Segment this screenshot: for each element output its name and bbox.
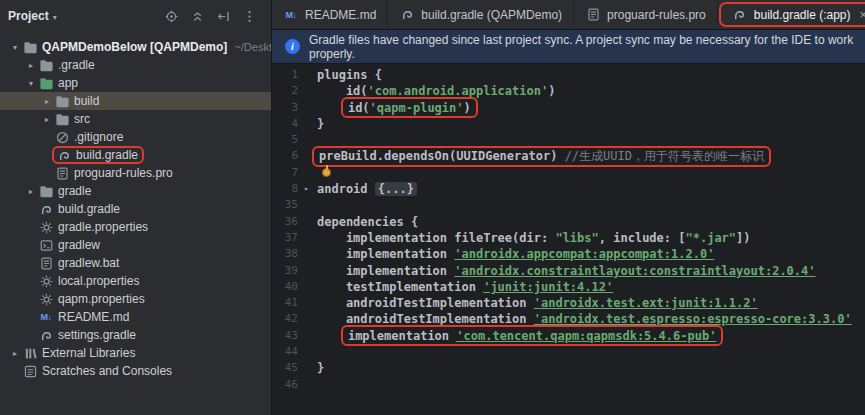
gradle-icon — [399, 7, 415, 22]
line-number: 40 — [272, 279, 304, 295]
code-token: dependencies { — [317, 215, 418, 229]
line-number: 43 — [272, 328, 304, 344]
code-token: ]) — [736, 231, 750, 245]
gear-icon — [38, 292, 54, 307]
tree-item-label: gradle — [58, 184, 91, 198]
tree-item-build-gradle[interactable]: build.gradle — [0, 200, 271, 218]
line-number: 36 — [272, 214, 304, 230]
tree-item-proguard-rules-pro[interactable]: proguard-rules.pro — [0, 164, 271, 182]
code-token: androidTestImplementation — [317, 296, 534, 310]
more-icon[interactable] — [241, 8, 257, 24]
tree-item-gradlew-bat[interactable]: gradlew.bat — [0, 254, 271, 272]
close-icon[interactable]: × — [860, 8, 865, 21]
console-icon — [38, 238, 54, 253]
chevron-right-icon[interactable]: ▸ — [40, 115, 54, 124]
code-line-1[interactable]: 1plugins { — [272, 67, 865, 83]
chevron-right-icon[interactable]: ▸ — [8, 349, 22, 358]
annotation-box: preBuild.dependsOn(UUIDGenerator) //生成UU… — [312, 146, 771, 167]
line-number: 3 — [272, 100, 304, 116]
tree-item-src[interactable]: ▸src — [0, 110, 271, 128]
code-line-8[interactable]: 8▸android {...} — [272, 181, 865, 197]
text-file-icon — [585, 7, 601, 22]
code-line-46[interactable]: 46 — [272, 377, 865, 393]
code-line-3[interactable]: 3 id('qapm-plugin') — [272, 100, 865, 116]
code-line-36[interactable]: 36dependencies { — [272, 214, 865, 230]
tree-item-settings-gradle[interactable]: settings.gradle — [0, 326, 271, 344]
code-token: , include: [ — [599, 231, 686, 245]
tab-label: README.md — [305, 8, 376, 22]
tree-item-qapmdemobelow-qapmdemo[interactable]: ▾QAPMDemoBelow [QAPMDemo]~/Desktop/work — [0, 38, 271, 56]
code-line-43[interactable]: 43 implementation 'com.tencent.qapm:qapm… — [272, 328, 865, 344]
code-token: } — [317, 117, 324, 131]
tree-item-app[interactable]: ▾app — [0, 74, 271, 92]
code-token: 'androidx.appcompat:appcompat:1.2.0' — [454, 247, 714, 261]
code-line-7[interactable]: 7 — [272, 165, 865, 181]
line-number: 42 — [272, 311, 304, 327]
editor-tab-build-gradle-app[interactable]: build.gradle (:app)× — [719, 2, 865, 27]
code-token: implementation fileTree(dir: — [317, 231, 555, 245]
tree-item-build[interactable]: ▸build — [0, 92, 271, 110]
tree-item-gradle[interactable]: ▸.gradle — [0, 56, 271, 74]
code-token: implementation — [317, 247, 454, 261]
code-line-37[interactable]: 37 implementation fileTree(dir: "libs", … — [272, 230, 865, 246]
code-line-44[interactable]: 44 — [272, 344, 865, 360]
chevron-down-icon[interactable]: ▾ — [24, 79, 38, 88]
folder-icon — [38, 184, 54, 199]
code-token: //生成UUID，用于符号表的唯一标识 — [565, 148, 764, 164]
editor-tab-build-gradle-qapmdemo[interactable]: build.gradle (QAPMDemo) — [388, 0, 574, 29]
code-line-4[interactable]: 4} — [272, 116, 865, 132]
code-line-41[interactable]: 41 androidTestImplementation 'androidx.t… — [272, 295, 865, 311]
code-line-35[interactable]: 35 — [272, 197, 865, 213]
project-panel-title[interactable]: Project ▾ — [8, 9, 57, 23]
gear-icon — [38, 274, 54, 289]
tree-item-gradle-properties[interactable]: gradle.properties — [0, 218, 271, 236]
code-token: preBuild.dependsOn(UUIDGenerator) — [319, 148, 565, 164]
tree-item-label: app — [58, 76, 78, 90]
code-line-40[interactable]: 40 testImplementation 'junit:junit:4.12' — [272, 279, 865, 295]
chevron-down-icon[interactable]: ▾ — [8, 43, 22, 52]
tree-item-gradlew[interactable]: gradlew — [0, 236, 271, 254]
collapse-all-icon[interactable] — [189, 8, 205, 24]
scratches-icon — [22, 364, 38, 379]
tree-item-label: local.properties — [58, 274, 139, 288]
code-token: id( — [317, 84, 368, 98]
line-number: 2 — [272, 83, 304, 99]
editor-tab-proguard-rules-pro[interactable]: proguard-rules.pro — [574, 0, 718, 29]
line-number: 1 — [272, 67, 304, 83]
tree-item-label: gradlew — [58, 238, 100, 252]
line-number: 5 — [272, 132, 304, 148]
code-editor[interactable]: 1plugins {2 id('com.android.application'… — [272, 64, 865, 415]
tree-item-readme-md[interactable]: M↓README.md — [0, 308, 271, 326]
tree-item-external-libraries[interactable]: ▸External Libraries — [0, 344, 271, 362]
editor-tab-readme-md[interactable]: M↓README.md — [272, 0, 388, 29]
tree-item-label: .gitignore — [74, 130, 123, 144]
code-line-38[interactable]: 38 implementation 'androidx.appcompat:ap… — [272, 246, 865, 262]
code-line-45[interactable]: 45} — [272, 360, 865, 376]
code-token: testImplementation — [317, 280, 483, 294]
code-text: id('qapm-plugin') — [317, 99, 473, 116]
code-token: implementation — [348, 328, 456, 344]
chevron-right-icon[interactable]: ▸ — [40, 97, 54, 106]
locate-icon[interactable] — [163, 8, 179, 24]
code-text: } — [317, 116, 324, 132]
tree-item-build-gradle[interactable]: build.gradle — [0, 146, 271, 164]
gradle-icon — [38, 328, 54, 343]
tree-item-path-hint: ~/Desktop/work — [234, 41, 271, 53]
hide-icon[interactable] — [215, 8, 231, 24]
fold-arrow-icon[interactable]: ▸ — [304, 181, 317, 197]
chevron-right-icon[interactable]: ▸ — [24, 187, 38, 196]
line-number: 7 — [272, 165, 304, 181]
folder-icon — [22, 40, 38, 55]
tree-item-gradle[interactable]: ▸gradle — [0, 182, 271, 200]
tree-item-gitignore[interactable]: .gitignore — [0, 128, 271, 146]
tree-item-local-properties[interactable]: local.properties — [0, 272, 271, 290]
tree-item-scratches-and-consoles[interactable]: Scratches and Consoles — [0, 362, 271, 380]
code-text: implementation fileTree(dir: "libs", inc… — [317, 230, 751, 246]
code-text: implementation 'androidx.appcompat:appco… — [317, 246, 714, 262]
code-text: androidTestImplementation 'androidx.test… — [317, 295, 758, 311]
chevron-right-icon[interactable]: ▸ — [24, 61, 38, 70]
code-line-6[interactable]: 6preBuild.dependsOn(UUIDGenerator) //生成U… — [272, 148, 865, 164]
code-line-39[interactable]: 39 implementation 'androidx.constraintla… — [272, 263, 865, 279]
tree-item-label: gradle.properties — [58, 220, 148, 234]
tree-item-qapm-properties[interactable]: qapm.properties — [0, 290, 271, 308]
